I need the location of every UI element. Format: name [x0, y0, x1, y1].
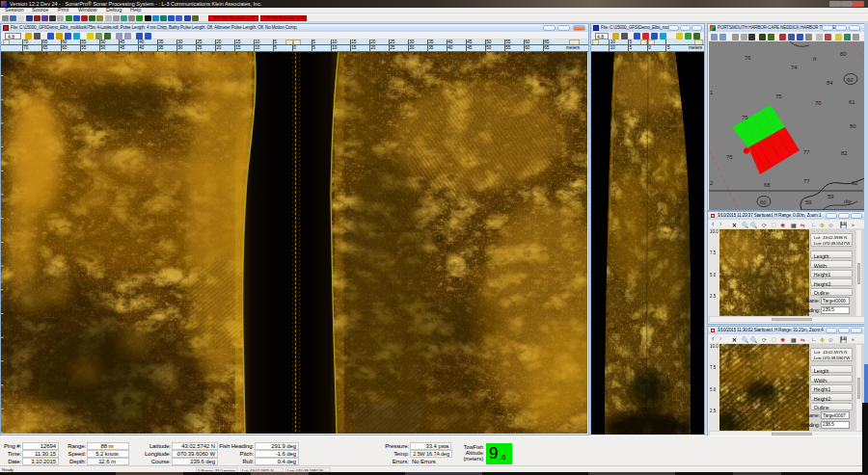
svg-text:60: 60	[760, 199, 766, 205]
svg-text:84: 84	[827, 80, 833, 86]
svg-text:h: h	[813, 56, 816, 62]
svg-text:77: 77	[803, 178, 809, 184]
svg-text:60: 60	[847, 77, 853, 83]
svg-text:2: 2	[710, 180, 713, 186]
svg-text:75: 75	[726, 154, 732, 160]
svg-text:82: 82	[841, 150, 847, 156]
svg-text:80: 80	[850, 123, 855, 129]
svg-text:59: 59	[827, 194, 833, 199]
svg-text:61: 61	[849, 99, 854, 105]
svg-text:rky: rky	[844, 198, 853, 204]
svg-text:68: 68	[764, 182, 770, 188]
svg-text:77: 77	[803, 149, 809, 155]
svg-text:75: 75	[742, 115, 747, 120]
svg-text:74: 74	[791, 65, 798, 70]
svg-text:80: 80	[840, 51, 846, 57]
svg-text:76: 76	[745, 55, 750, 61]
svg-text:62: 62	[852, 180, 857, 186]
svg-text:1: 1	[710, 90, 713, 95]
svg-text:75: 75	[775, 93, 781, 99]
svg-text:59: 59	[805, 199, 811, 205]
svg-text:70: 70	[815, 100, 821, 106]
